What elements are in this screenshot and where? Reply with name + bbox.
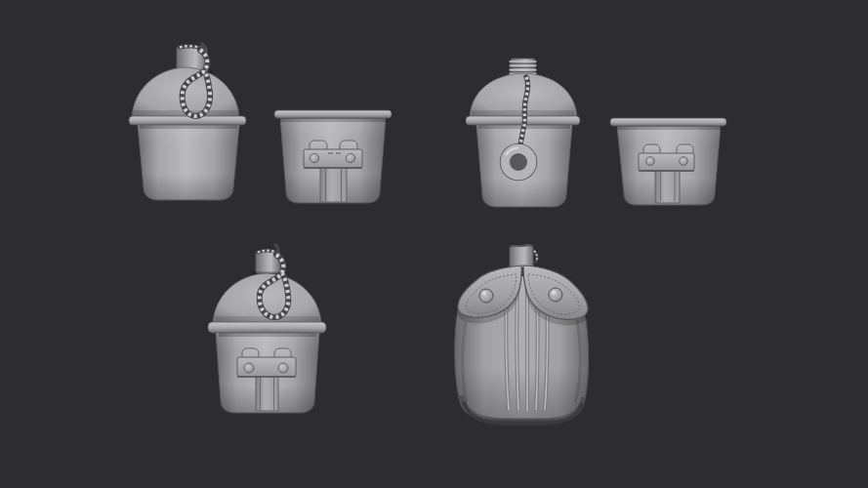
snap-button-right [549, 288, 562, 302]
rivet-right [346, 153, 354, 162]
snap-button-right-highlight [552, 290, 556, 294]
cup-rim [274, 110, 392, 118]
cover-neck [510, 246, 533, 267]
snap-button-left-highlight [482, 291, 486, 295]
canteen-body-shading [138, 125, 239, 200]
rivet-left [310, 153, 318, 162]
rivet-left [646, 157, 655, 166]
under-rim-shadow [219, 333, 316, 337]
rivet-right [278, 363, 288, 373]
model-canteen-cup-small[interactable] [610, 118, 726, 205]
rim-band [129, 116, 246, 125]
rivet-right [680, 157, 688, 166]
handle-strap [655, 169, 680, 203]
handle-strap [256, 375, 278, 411]
3d-viewport-canvas[interactable] [0, 0, 868, 488]
handle-strap [320, 166, 347, 202]
under-rim-shadow [279, 118, 387, 122]
cap-ring-hole [510, 153, 527, 171]
rim-band [208, 322, 326, 333]
viewport-background[interactable] [0, 0, 868, 488]
under-rim-shadow [140, 125, 237, 129]
under-rim-shadow [616, 126, 722, 130]
model-canteen-cup-large[interactable] [274, 110, 392, 203]
rivet-left [244, 363, 254, 373]
cup-rim [610, 118, 726, 126]
viewport-frame [0, 0, 868, 488]
snap-button-left [479, 289, 493, 303]
